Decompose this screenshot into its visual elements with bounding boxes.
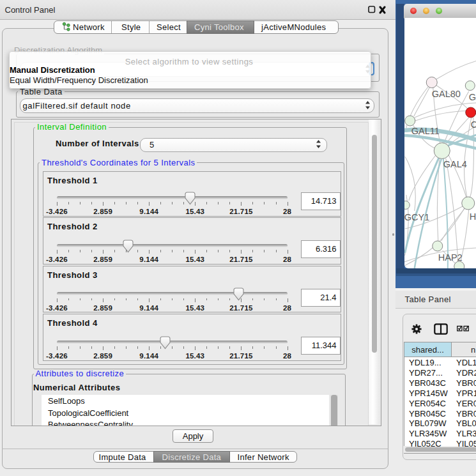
svg-text:GA: GA	[468, 92, 476, 102]
svg-text:GAL11: GAL11	[411, 126, 439, 136]
svg-text:C: C	[470, 119, 476, 130]
svg-text:HAP2: HAP2	[438, 252, 462, 263]
svg-text:H: H	[469, 211, 475, 222]
svg-text:GCY1: GCY1	[404, 212, 429, 222]
svg-text:GAL80: GAL80	[431, 89, 460, 99]
svg-text:GAL4: GAL4	[443, 159, 466, 169]
